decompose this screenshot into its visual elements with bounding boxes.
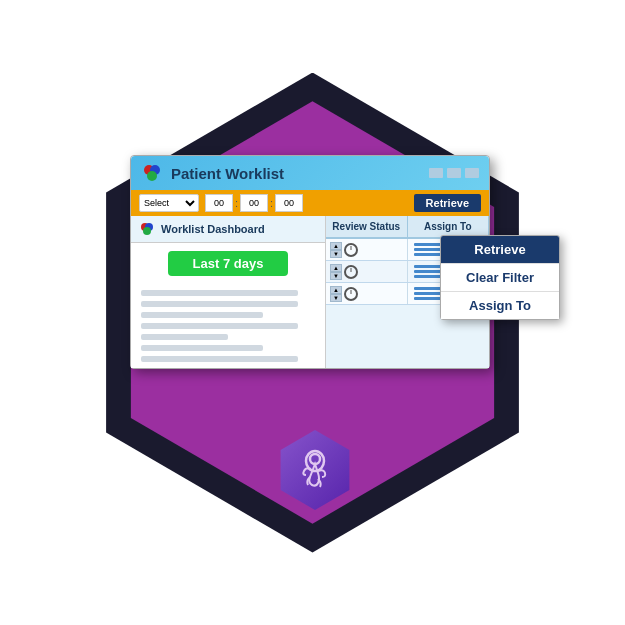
app-logo-icon [141,162,163,184]
svg-point-5 [143,227,151,235]
fetus-hex-badge [275,430,355,510]
minimize-button[interactable] [429,168,443,178]
content-line-7 [141,356,298,362]
dashboard-title: Worklist Dashboard [161,223,265,235]
spinner-group: ▲ ▼ [330,286,342,302]
dashboard-content-lines [131,284,325,368]
window-title: Patient Worklist [171,165,421,182]
clock-icon [344,243,358,257]
content-line-6 [141,345,263,351]
review-status-cell: ▲ ▼ [326,261,408,282]
worklist-dashboard-panel: Worklist Dashboard Last 7 days [131,216,326,368]
fetus-icon [292,447,338,493]
time-minutes[interactable]: 00 [240,194,268,212]
spinner-up[interactable]: ▲ [330,264,342,272]
titlebar: Patient Worklist [131,156,489,190]
retrieve-button[interactable]: Retrieve [414,194,481,212]
time-sep-2: : [270,197,273,209]
spinner-group: ▲ ▼ [330,264,342,280]
time-seconds[interactable]: 00 [275,194,303,212]
spinner-down[interactable]: ▼ [330,294,342,302]
spinner-down[interactable]: ▼ [330,250,342,258]
date-filter-badge[interactable]: Last 7 days [168,251,288,276]
content-line-4 [141,323,298,329]
content-line-3 [141,312,263,318]
time-sep-1: : [235,197,238,209]
review-status-cell: ▲ ▼ [326,283,408,304]
scene: Patient Worklist Select 00 : 00 : 00 Ret… [0,0,625,625]
content-line-1 [141,290,298,296]
time-hours[interactable]: 00 [205,194,233,212]
col-header-assign-to: Assign To [408,216,490,237]
clear-filter-dropdown-item[interactable]: Clear Filter [441,263,559,291]
dashboard-header: Worklist Dashboard [131,216,325,243]
filter-dropdown[interactable]: Select [139,194,199,212]
dropdown-popup: Retrieve Clear Filter Assign To [440,235,560,320]
spinner-down[interactable]: ▼ [330,272,342,280]
retrieve-dropdown-item[interactable]: Retrieve [441,236,559,263]
hex-badge-shape [275,430,355,510]
assign-to-dropdown-item[interactable]: Assign To [441,291,559,319]
clock-icon [344,287,358,301]
spinner-up[interactable]: ▲ [330,242,342,250]
svg-point-2 [147,171,157,181]
spinner-up[interactable]: ▲ [330,286,342,294]
close-button[interactable] [465,168,479,178]
dashboard-logo-icon [139,221,155,237]
time-input-group: 00 : 00 : 00 [205,194,303,212]
spinner-group: ▲ ▼ [330,242,342,258]
maximize-button[interactable] [447,168,461,178]
content-line-5 [141,334,228,340]
col-header-review-status: Review Status [326,216,408,237]
toolbar: Select 00 : 00 : 00 Retrieve [131,190,489,216]
patient-worklist-window: Patient Worklist Select 00 : 00 : 00 Ret… [130,155,490,369]
content-line-2 [141,301,298,307]
review-status-cell: ▲ ▼ [326,239,408,260]
clock-icon [344,265,358,279]
window-controls [429,168,479,178]
content-area: Worklist Dashboard Last 7 days Review St… [131,216,489,368]
